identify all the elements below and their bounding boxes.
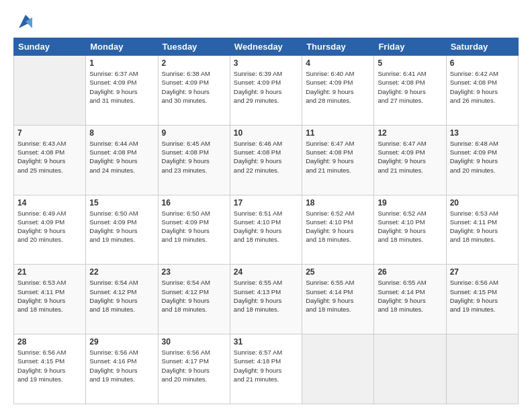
- logo: [13, 12, 35, 31]
- calendar-table: SundayMondayTuesdayWednesdayThursdayFrid…: [13, 38, 519, 404]
- calendar-cell: 21Sunrise: 6:53 AM Sunset: 4:11 PM Dayli…: [14, 265, 86, 334]
- weekday-header: Friday: [374, 38, 446, 56]
- day-info: Sunrise: 6:40 AM Sunset: 4:09 PM Dayligh…: [306, 69, 370, 105]
- logo-icon: [16, 12, 35, 31]
- day-number: 27: [450, 267, 515, 277]
- calendar-cell: 14Sunrise: 6:49 AM Sunset: 4:09 PM Dayli…: [14, 195, 86, 265]
- page: SundayMondayTuesdayWednesdayThursdayFrid…: [0, 0, 532, 411]
- calendar-cell: [446, 334, 518, 404]
- day-info: Sunrise: 6:50 AM Sunset: 4:09 PM Dayligh…: [162, 209, 226, 244]
- day-info: Sunrise: 6:54 AM Sunset: 4:12 PM Dayligh…: [89, 278, 154, 314]
- day-info: Sunrise: 6:48 AM Sunset: 4:09 PM Dayligh…: [450, 139, 515, 175]
- calendar-cell: 8Sunrise: 6:44 AM Sunset: 4:08 PM Daylig…: [86, 125, 158, 195]
- calendar-cell: 13Sunrise: 6:48 AM Sunset: 4:09 PM Dayli…: [446, 125, 518, 195]
- weekday-header: Monday: [86, 38, 158, 56]
- calendar-cell: [302, 334, 374, 404]
- weekday-header-row: SundayMondayTuesdayWednesdayThursdayFrid…: [14, 38, 519, 56]
- calendar-cell: 5Sunrise: 6:41 AM Sunset: 4:08 PM Daylig…: [374, 56, 446, 126]
- calendar-cell: 4Sunrise: 6:40 AM Sunset: 4:09 PM Daylig…: [302, 56, 374, 126]
- day-number: 3: [234, 58, 298, 68]
- calendar-cell: 29Sunrise: 6:56 AM Sunset: 4:16 PM Dayli…: [86, 334, 158, 404]
- day-number: 5: [378, 58, 442, 68]
- calendar-cell: 23Sunrise: 6:54 AM Sunset: 4:12 PM Dayli…: [158, 265, 230, 334]
- day-info: Sunrise: 6:55 AM Sunset: 4:14 PM Dayligh…: [378, 278, 442, 314]
- day-number: 31: [234, 337, 298, 347]
- day-info: Sunrise: 6:56 AM Sunset: 4:16 PM Dayligh…: [89, 348, 154, 383]
- calendar-cell: 31Sunrise: 6:57 AM Sunset: 4:18 PM Dayli…: [230, 334, 302, 404]
- day-number: 21: [17, 267, 82, 277]
- calendar-week-row: 28Sunrise: 6:56 AM Sunset: 4:15 PM Dayli…: [14, 334, 519, 404]
- day-number: 12: [378, 128, 442, 138]
- day-info: Sunrise: 6:55 AM Sunset: 4:14 PM Dayligh…: [306, 278, 370, 314]
- day-number: 26: [378, 267, 442, 277]
- calendar-cell: 24Sunrise: 6:55 AM Sunset: 4:13 PM Dayli…: [230, 265, 302, 334]
- day-number: 30: [162, 337, 226, 347]
- day-info: Sunrise: 6:44 AM Sunset: 4:08 PM Dayligh…: [89, 139, 154, 175]
- day-number: 19: [378, 198, 442, 208]
- day-info: Sunrise: 6:53 AM Sunset: 4:11 PM Dayligh…: [17, 278, 82, 314]
- calendar-cell: 30Sunrise: 6:56 AM Sunset: 4:17 PM Dayli…: [158, 334, 230, 404]
- day-number: 16: [162, 198, 226, 208]
- day-number: 18: [306, 198, 370, 208]
- day-info: Sunrise: 6:51 AM Sunset: 4:10 PM Dayligh…: [234, 209, 298, 244]
- header: [13, 12, 519, 31]
- calendar-cell: [374, 334, 446, 404]
- day-number: 29: [89, 337, 154, 347]
- day-info: Sunrise: 6:52 AM Sunset: 4:10 PM Dayligh…: [306, 209, 370, 244]
- calendar-cell: 18Sunrise: 6:52 AM Sunset: 4:10 PM Dayli…: [302, 195, 374, 265]
- day-info: Sunrise: 6:56 AM Sunset: 4:15 PM Dayligh…: [450, 278, 515, 314]
- calendar-week-row: 21Sunrise: 6:53 AM Sunset: 4:11 PM Dayli…: [14, 265, 519, 334]
- calendar-cell: 3Sunrise: 6:39 AM Sunset: 4:09 PM Daylig…: [230, 56, 302, 126]
- calendar-week-row: 7Sunrise: 6:43 AM Sunset: 4:08 PM Daylig…: [14, 125, 519, 195]
- weekday-header: Wednesday: [230, 38, 302, 56]
- calendar-cell: 2Sunrise: 6:38 AM Sunset: 4:09 PM Daylig…: [158, 56, 230, 126]
- day-number: 25: [306, 267, 370, 277]
- day-number: 14: [17, 198, 82, 208]
- day-info: Sunrise: 6:49 AM Sunset: 4:09 PM Dayligh…: [17, 209, 82, 244]
- day-info: Sunrise: 6:42 AM Sunset: 4:08 PM Dayligh…: [450, 69, 515, 105]
- day-info: Sunrise: 6:38 AM Sunset: 4:09 PM Dayligh…: [162, 69, 226, 105]
- day-info: Sunrise: 6:50 AM Sunset: 4:09 PM Dayligh…: [89, 209, 154, 244]
- day-number: 13: [450, 128, 515, 138]
- weekday-header: Saturday: [446, 38, 518, 56]
- day-number: 11: [306, 128, 370, 138]
- day-info: Sunrise: 6:52 AM Sunset: 4:10 PM Dayligh…: [378, 209, 442, 244]
- day-info: Sunrise: 6:46 AM Sunset: 4:08 PM Dayligh…: [234, 139, 298, 175]
- calendar-cell: 28Sunrise: 6:56 AM Sunset: 4:15 PM Dayli…: [14, 334, 86, 404]
- day-number: 17: [234, 198, 298, 208]
- day-number: 8: [89, 128, 154, 138]
- day-number: 2: [162, 58, 226, 68]
- day-info: Sunrise: 6:53 AM Sunset: 4:11 PM Dayligh…: [450, 209, 515, 244]
- calendar-cell: 17Sunrise: 6:51 AM Sunset: 4:10 PM Dayli…: [230, 195, 302, 265]
- day-number: 9: [162, 128, 226, 138]
- calendar-week-row: 1Sunrise: 6:37 AM Sunset: 4:09 PM Daylig…: [14, 56, 519, 126]
- day-info: Sunrise: 6:43 AM Sunset: 4:08 PM Dayligh…: [17, 139, 82, 175]
- calendar-cell: 11Sunrise: 6:47 AM Sunset: 4:08 PM Dayli…: [302, 125, 374, 195]
- calendar-cell: 6Sunrise: 6:42 AM Sunset: 4:08 PM Daylig…: [446, 56, 518, 126]
- weekday-header: Tuesday: [158, 38, 230, 56]
- calendar-cell: 15Sunrise: 6:50 AM Sunset: 4:09 PM Dayli…: [86, 195, 158, 265]
- calendar-cell: 1Sunrise: 6:37 AM Sunset: 4:09 PM Daylig…: [86, 56, 158, 126]
- day-number: 15: [89, 198, 154, 208]
- calendar-cell: 10Sunrise: 6:46 AM Sunset: 4:08 PM Dayli…: [230, 125, 302, 195]
- calendar-cell: 9Sunrise: 6:45 AM Sunset: 4:08 PM Daylig…: [158, 125, 230, 195]
- day-info: Sunrise: 6:56 AM Sunset: 4:15 PM Dayligh…: [17, 348, 82, 383]
- day-number: 7: [17, 128, 82, 138]
- day-number: 4: [306, 58, 370, 68]
- day-info: Sunrise: 6:47 AM Sunset: 4:08 PM Dayligh…: [306, 139, 370, 175]
- day-number: 28: [17, 337, 82, 347]
- day-number: 22: [89, 267, 154, 277]
- calendar-cell: 25Sunrise: 6:55 AM Sunset: 4:14 PM Dayli…: [302, 265, 374, 334]
- day-info: Sunrise: 6:45 AM Sunset: 4:08 PM Dayligh…: [162, 139, 226, 175]
- day-info: Sunrise: 6:54 AM Sunset: 4:12 PM Dayligh…: [162, 278, 226, 314]
- calendar-cell: 22Sunrise: 6:54 AM Sunset: 4:12 PM Dayli…: [86, 265, 158, 334]
- day-number: 6: [450, 58, 515, 68]
- day-info: Sunrise: 6:37 AM Sunset: 4:09 PM Dayligh…: [89, 69, 154, 105]
- day-info: Sunrise: 6:47 AM Sunset: 4:09 PM Dayligh…: [378, 139, 442, 175]
- day-number: 20: [450, 198, 515, 208]
- calendar-cell: 20Sunrise: 6:53 AM Sunset: 4:11 PM Dayli…: [446, 195, 518, 265]
- day-info: Sunrise: 6:41 AM Sunset: 4:08 PM Dayligh…: [378, 69, 442, 105]
- calendar-cell: 16Sunrise: 6:50 AM Sunset: 4:09 PM Dayli…: [158, 195, 230, 265]
- calendar-cell: 7Sunrise: 6:43 AM Sunset: 4:08 PM Daylig…: [14, 125, 86, 195]
- day-info: Sunrise: 6:56 AM Sunset: 4:17 PM Dayligh…: [162, 348, 226, 383]
